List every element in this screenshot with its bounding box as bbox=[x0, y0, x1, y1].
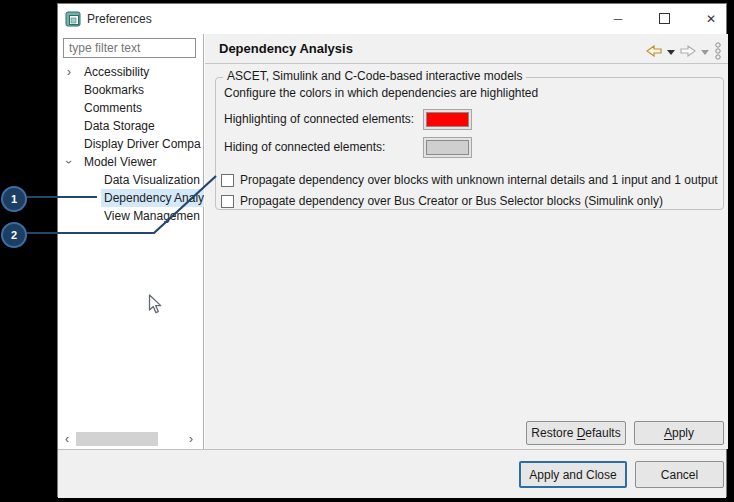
window-title: Preferences bbox=[87, 12, 152, 26]
chevron-down-icon[interactable]: › bbox=[60, 156, 78, 168]
tree-item-dependency-analysis[interactable]: Dependency Analy bbox=[58, 189, 204, 207]
highlight-color-swatch bbox=[426, 112, 469, 127]
minimize-icon: ─ bbox=[614, 12, 623, 26]
tree-item-view-management[interactable]: View Managemen bbox=[58, 207, 204, 225]
view-menu-icon[interactable] bbox=[714, 42, 722, 60]
preferences-tree-panel: › Accessibility Bookmarks Comments Data … bbox=[58, 34, 204, 449]
apply-and-close-button[interactable]: Apply and Close bbox=[519, 461, 627, 488]
maximize-button[interactable] bbox=[649, 4, 679, 33]
scrollbar-thumb[interactable] bbox=[76, 432, 158, 446]
tree-item-accessibility[interactable]: › Accessibility bbox=[58, 63, 204, 81]
maximize-icon bbox=[659, 13, 670, 24]
group-description: Configure the colors in which dependenci… bbox=[224, 86, 538, 100]
propagate-unknown-blocks-label: Propagate dependency over blocks with un… bbox=[240, 173, 718, 187]
back-arrow-icon[interactable] bbox=[646, 45, 662, 57]
callout-badge-2: 2 bbox=[1, 222, 27, 248]
restore-defaults-button[interactable]: Restore Defaults bbox=[526, 421, 626, 445]
tree-item-display-driver[interactable]: Display Driver Compa bbox=[58, 135, 204, 153]
callout-badge-1: 1 bbox=[1, 186, 27, 212]
preferences-dialog: Preferences ─ ✕ › Accessibility Bookmark… bbox=[57, 3, 727, 497]
mouse-cursor bbox=[148, 294, 163, 315]
header-nav-icons bbox=[646, 42, 722, 60]
page-title: Dependency Analysis bbox=[219, 41, 353, 56]
title-bar: Preferences ─ ✕ bbox=[58, 4, 726, 34]
tree-horizontal-scrollbar[interactable]: ‹ › bbox=[60, 431, 198, 447]
close-button[interactable]: ✕ bbox=[696, 4, 726, 33]
tree-item-data-storage[interactable]: Data Storage bbox=[58, 117, 204, 135]
propagate-bus-blocks-label: Propagate dependency over Bus Creator or… bbox=[240, 194, 663, 208]
highlight-color-button[interactable] bbox=[423, 109, 472, 130]
forward-dropdown-icon[interactable] bbox=[701, 50, 709, 55]
propagate-bus-blocks-checkbox[interactable] bbox=[221, 195, 234, 208]
tree-item-data-visualization[interactable]: Data Visualization bbox=[58, 171, 204, 189]
minimize-button[interactable]: ─ bbox=[603, 4, 633, 33]
propagate-unknown-blocks-row: Propagate dependency over blocks with un… bbox=[221, 172, 718, 188]
preferences-tree: › Accessibility Bookmarks Comments Data … bbox=[58, 63, 204, 225]
propagate-unknown-blocks-checkbox[interactable] bbox=[221, 174, 234, 187]
propagate-bus-blocks-row: Propagate dependency over Bus Creator or… bbox=[221, 193, 663, 209]
tree-item-comments[interactable]: Comments bbox=[58, 99, 204, 117]
back-dropdown-icon[interactable] bbox=[667, 50, 675, 55]
filter-input[interactable] bbox=[63, 38, 196, 58]
page-header: Dependency Analysis bbox=[205, 34, 728, 64]
forward-arrow-icon[interactable] bbox=[680, 45, 696, 57]
preferences-app-icon bbox=[65, 11, 81, 27]
tree-item-model-viewer[interactable]: › Model Viewer bbox=[58, 153, 204, 171]
interactive-models-group: ASCET, Simulink and C-Code-based interac… bbox=[215, 77, 724, 210]
highlight-color-label: Highlighting of connected elements: bbox=[224, 109, 414, 130]
hide-color-label: Hiding of connected elements: bbox=[224, 137, 385, 158]
scroll-left-icon[interactable]: ‹ bbox=[60, 432, 74, 446]
apply-button[interactable]: Apply bbox=[634, 421, 724, 445]
scroll-right-icon[interactable]: › bbox=[184, 432, 198, 446]
cancel-button[interactable]: Cancel bbox=[635, 461, 724, 488]
close-icon: ✕ bbox=[706, 12, 716, 26]
dependency-analysis-page: Dependency Analysis ASCET, Simulink and … bbox=[205, 34, 728, 449]
scrollbar-track[interactable] bbox=[74, 432, 184, 446]
tree-item-bookmarks[interactable]: Bookmarks bbox=[58, 81, 204, 99]
hide-color-swatch bbox=[426, 140, 469, 155]
group-label: ASCET, Simulink and C-Code-based interac… bbox=[223, 69, 526, 83]
chevron-right-icon[interactable]: › bbox=[63, 63, 75, 81]
hide-color-button[interactable] bbox=[423, 137, 472, 158]
